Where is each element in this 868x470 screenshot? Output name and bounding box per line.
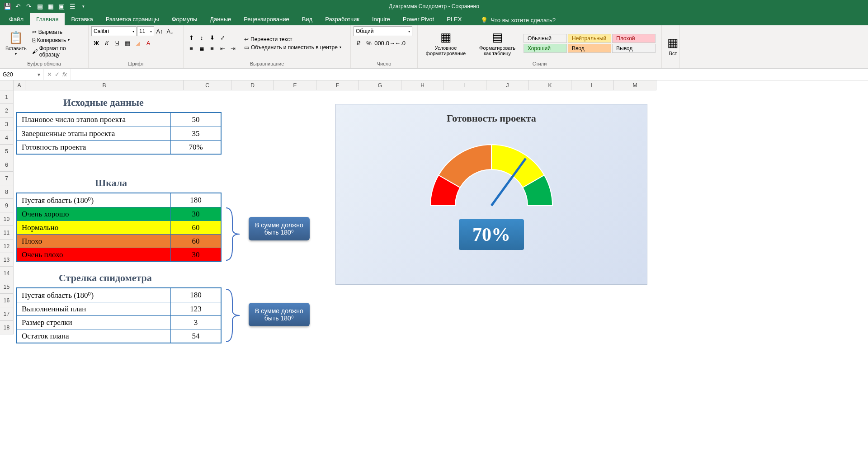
row-header[interactable]: 7	[0, 172, 14, 185]
qat-icon[interactable]: ▣	[58, 3, 65, 10]
format-as-table-button[interactable]: ▤ Форматировать как таблицу	[473, 29, 522, 57]
number-format-select[interactable]: Общий▾	[354, 26, 412, 36]
row-header[interactable]: 16	[0, 294, 14, 307]
currency-button[interactable]: ₽	[354, 38, 363, 48]
indent-dec-button[interactable]: ⇤	[217, 44, 227, 54]
table-row[interactable]: Готовность проекта70%	[17, 140, 221, 154]
align-right-button[interactable]: ≡	[207, 44, 217, 54]
align-bottom-button[interactable]: ⬇	[207, 33, 217, 43]
bold-button[interactable]: Ж	[91, 38, 101, 48]
fx-icon[interactable]: fx	[62, 71, 67, 78]
table-row[interactable]: Пустая область (180⁰)180	[17, 193, 221, 207]
col-header[interactable]: C	[184, 80, 231, 90]
row-header[interactable]: 5	[0, 145, 14, 158]
row-header[interactable]: 13	[0, 253, 14, 267]
undo-icon[interactable]: ↶	[14, 3, 22, 10]
save-icon[interactable]: 💾	[4, 3, 11, 10]
qat-icon[interactable]: ▤	[36, 3, 43, 10]
align-middle-button[interactable]: ↕	[197, 33, 207, 43]
merge-center-button[interactable]: ▭Объединить и поместить в центре▾	[243, 44, 342, 51]
insert-button[interactable]: ▦Вст	[665, 35, 681, 57]
format-painter-button[interactable]: 🖌Формат по образцу	[31, 45, 85, 58]
fill-color-button[interactable]: ◢	[133, 38, 143, 48]
col-header[interactable]: B	[25, 80, 184, 90]
table-row[interactable]: Плановое число этапов проекта50	[17, 113, 221, 127]
table-row[interactable]: Очень плохо30	[17, 248, 221, 261]
increase-decimal-button[interactable]: .0→	[385, 38, 395, 48]
ribbon-tab-разработчик[interactable]: Разработчик	[319, 13, 366, 25]
align-left-button[interactable]: ≡	[186, 44, 196, 54]
ribbon-tab-inquire[interactable]: Inquire	[366, 13, 396, 25]
cells-area[interactable]: Исходные данные Плановое число этапов пр…	[14, 90, 868, 470]
align-top-button[interactable]: ⬆	[186, 33, 196, 43]
col-header[interactable]: A	[14, 80, 25, 90]
redo-icon[interactable]: ↷	[25, 3, 33, 10]
ribbon-tab-вставка[interactable]: Вставка	[65, 13, 99, 25]
percent-button[interactable]: %	[364, 38, 374, 48]
row-header[interactable]: 1	[0, 90, 14, 104]
row-header[interactable]: 9	[0, 199, 14, 212]
name-box[interactable]: G20 ▾	[0, 69, 43, 80]
col-header[interactable]: K	[529, 80, 571, 90]
qat-icon[interactable]: ☰	[69, 3, 76, 10]
cancel-icon[interactable]: ✕	[47, 71, 52, 78]
table-row[interactable]: Выполненный план123	[17, 302, 221, 315]
ribbon-tab-plex[interactable]: PLEX	[440, 13, 468, 25]
row-header[interactable]: 8	[0, 185, 14, 199]
ribbon-tab-файл[interactable]: Файл	[3, 13, 30, 25]
ribbon-tab-power pivot[interactable]: Power Pivot	[396, 13, 440, 25]
table-row[interactable]: Остаток плана54	[17, 329, 221, 343]
col-header[interactable]: H	[401, 80, 444, 90]
paste-button[interactable]: 📋 Вставить ▾	[3, 30, 29, 57]
font-color-button[interactable]: A	[143, 38, 153, 48]
underline-button[interactable]: Ч	[112, 38, 122, 48]
shrink-font-button[interactable]: A↓	[165, 26, 175, 36]
table-row[interactable]: Очень хорошо30	[17, 207, 221, 221]
qat-icon[interactable]: ▦	[47, 3, 54, 10]
row-header[interactable]: 11	[0, 226, 14, 240]
select-all-corner[interactable]	[0, 80, 14, 90]
table-row[interactable]: Плохо60	[17, 234, 221, 248]
col-header[interactable]: I	[444, 80, 486, 90]
row-header[interactable]: 12	[0, 240, 14, 253]
table-row[interactable]: Нормально60	[17, 221, 221, 234]
tell-me-search[interactable]: 💡Что вы хотите сделать?	[477, 15, 559, 25]
row-header[interactable]: 6	[0, 158, 14, 172]
col-header[interactable]: M	[614, 80, 656, 90]
row-header[interactable]: 18	[0, 321, 14, 334]
enter-icon[interactable]: ✓	[55, 71, 60, 78]
decrease-decimal-button[interactable]: ←.0	[395, 38, 405, 48]
row-header[interactable]: 14	[0, 267, 14, 280]
col-header[interactable]: F	[316, 80, 359, 90]
col-header[interactable]: J	[486, 80, 529, 90]
row-header[interactable]: 10	[0, 212, 14, 226]
col-header[interactable]: D	[231, 80, 274, 90]
table-row[interactable]: Завершенные этапы проекта35	[17, 127, 221, 140]
grow-font-button[interactable]: A↑	[155, 26, 165, 36]
table-row[interactable]: Пустая область (180⁰)180	[17, 288, 221, 302]
ribbon-tab-вид[interactable]: Вид	[296, 13, 319, 25]
align-center-button[interactable]: ≣	[197, 44, 207, 54]
font-name-select[interactable]: Calibri▾	[91, 26, 137, 36]
ribbon-tab-формулы[interactable]: Формулы	[165, 13, 204, 25]
wrap-text-button[interactable]: ↩Перенести текст	[243, 36, 342, 43]
row-header[interactable]: 4	[0, 131, 14, 145]
thousands-button[interactable]: 000	[374, 38, 384, 48]
row-header[interactable]: 15	[0, 280, 14, 294]
col-header[interactable]: L	[571, 80, 614, 90]
conditional-formatting-button[interactable]: ▦ Условное форматирование	[420, 29, 471, 57]
borders-button[interactable]: ▦	[123, 38, 132, 48]
style-normal[interactable]: Обычный	[524, 34, 567, 43]
ribbon-tab-рецензирование[interactable]: Рецензирование	[237, 13, 295, 25]
row-header[interactable]: 17	[0, 307, 14, 321]
ribbon-tab-данные[interactable]: Данные	[203, 13, 237, 25]
style-output[interactable]: Вывод	[612, 44, 656, 53]
table-row[interactable]: Размер стрелки3	[17, 315, 221, 329]
qat-more-icon[interactable]: ▾	[80, 3, 87, 10]
cut-button[interactable]: ✂Вырезать	[31, 28, 85, 36]
col-header[interactable]: G	[359, 80, 401, 90]
ribbon-tab-разметка страницы[interactable]: Разметка страницы	[99, 13, 165, 25]
italic-button[interactable]: К	[102, 38, 112, 48]
font-size-select[interactable]: 11▾	[137, 26, 154, 36]
orientation-button[interactable]: ⤢	[217, 33, 227, 43]
